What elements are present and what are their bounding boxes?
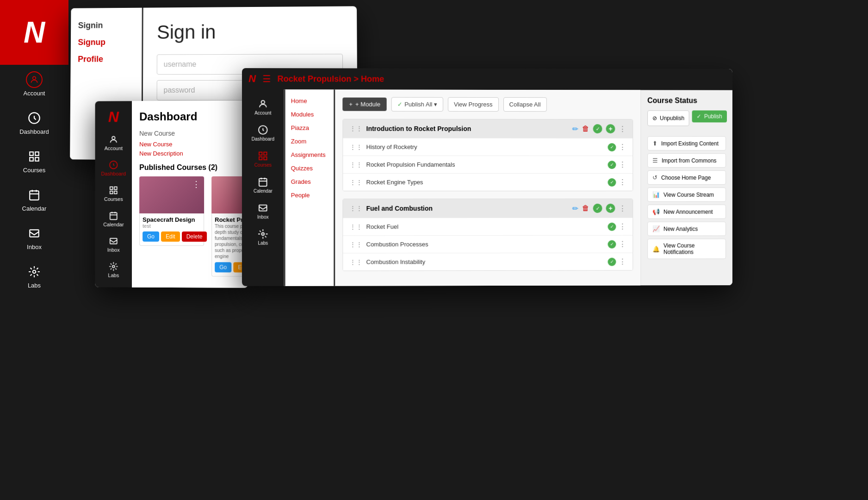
import-commons-icon: ☰ — [652, 157, 658, 164]
link-zoom[interactable]: Zoom — [285, 135, 334, 148]
sidebar-item-labs[interactable]: Labs — [0, 257, 68, 295]
unpublish-btn[interactable]: ⊘ Unpublish — [647, 110, 689, 126]
options-fuel[interactable]: ⋮ — [619, 204, 626, 212]
view-notifications-btn[interactable]: 🔔 View Course Notifications — [647, 239, 726, 259]
inbox-label: Inbox — [27, 244, 42, 250]
spacecraft-go-btn[interactable]: Go — [143, 231, 159, 242]
module-intro: ⋮⋮ Introduction to Rocket Propulsion ✏ 🗑… — [342, 119, 633, 191]
sidebar-item-calendar[interactable]: Calendar — [0, 180, 68, 219]
delete-module-fuel[interactable]: 🗑 — [582, 204, 589, 212]
edit-module-fuel[interactable]: ✏ — [572, 204, 578, 212]
course-leftnav: Account Dashboard Courses — [242, 89, 284, 286]
import-commons-btn[interactable]: ☰ Import from Commons — [647, 153, 726, 168]
cp-inbox-label: Inbox — [257, 214, 269, 219]
choose-home-btn[interactable]: ↺ Choose Home Page — [647, 170, 726, 185]
module-fuel: ⋮⋮ Fuel and Combustion ✏ 🗑 ✓ + ⋮ ⋮⋮ Rock — [342, 199, 633, 271]
sidebar-item-dashboard[interactable]: Dashboard — [0, 103, 68, 142]
publish-check-icon: ✓ — [697, 113, 701, 119]
link-home[interactable]: Home — [285, 94, 334, 107]
cp-nav-courses[interactable]: Courses — [242, 146, 284, 172]
svg-point-24 — [261, 100, 265, 104]
combustion-options[interactable]: ⋮ — [619, 240, 626, 249]
course-status-title: Course Status — [647, 96, 726, 105]
import-existing-btn[interactable]: ⬆ Import Existing Content — [647, 136, 726, 150]
new-analytics-btn[interactable]: 📈 New Analytics — [647, 222, 726, 236]
rocket-fuel-options[interactable]: ⋮ — [619, 222, 626, 231]
sidebar-item-account[interactable]: Account — [0, 65, 68, 103]
history-published: ✓ — [608, 143, 616, 151]
link-quizzes[interactable]: Quizzes — [285, 162, 334, 175]
link-grades[interactable]: Grades — [285, 175, 334, 188]
signin-nav-profile[interactable]: Profile — [78, 51, 135, 68]
calendar-label: Calendar — [22, 205, 47, 212]
collapse-all-btn[interactable]: Collapse All — [503, 97, 547, 112]
drag-handle-fuel[interactable]: ⋮⋮ — [349, 205, 362, 212]
add-module-btn[interactable]: + + Module — [342, 98, 387, 111]
cp-nav-dashboard[interactable]: Dashboard — [242, 120, 284, 146]
account-label: Account — [24, 90, 45, 97]
svg-rect-4 — [30, 157, 33, 161]
svg-rect-3 — [35, 152, 39, 156]
course-panel: N ☰ Rocket Propulsion > Home Account Das… — [242, 68, 732, 286]
signin-nav-signup[interactable]: Signup — [78, 34, 134, 51]
new-description-link[interactable]: New Description — [139, 150, 248, 157]
link-people[interactable]: People — [285, 188, 334, 202]
instability-options[interactable]: ⋮ — [619, 257, 626, 266]
publish-btn[interactable]: ✓ Publish — [692, 110, 727, 122]
new-course-link[interactable]: New Course — [139, 140, 248, 148]
rocket-fuel-published: ✓ — [608, 222, 616, 231]
options-intro[interactable]: ⋮ — [619, 125, 626, 133]
drag-combustion[interactable]: ⋮⋮ — [349, 241, 362, 248]
module-item-combustion: ⋮⋮ Combustion Processes ✓ ⋮ — [343, 235, 632, 253]
link-piazza[interactable]: Piazza — [285, 121, 334, 135]
dp-nav-calendar[interactable]: Calendar — [95, 206, 132, 232]
link-assignments[interactable]: Assignments — [285, 148, 334, 162]
signin-nav-signin[interactable]: Signin — [78, 17, 135, 34]
view-stream-btn[interactable]: 📊 View Course Stream — [647, 188, 726, 202]
link-modules[interactable]: Modules — [285, 108, 334, 121]
drag-handle-intro[interactable]: ⋮⋮ — [349, 125, 362, 132]
cp-labs-label: Labs — [258, 240, 268, 245]
spacecraft-edit-btn[interactable]: Edit — [161, 231, 180, 242]
drag-instability[interactable]: ⋮⋮ — [349, 258, 362, 266]
plus-icon: + — [349, 101, 353, 108]
dp-nav-inbox[interactable]: Inbox — [95, 232, 132, 257]
dp-nav-labs[interactable]: Labs — [95, 257, 132, 283]
spacecraft-delete-btn[interactable]: Delete — [182, 231, 207, 242]
main-sidebar: N Account Dashboard Courses — [0, 0, 68, 500]
dp-nav-account[interactable]: Account — [95, 130, 132, 156]
engine-types-options[interactable]: ⋮ — [619, 178, 626, 187]
spacecraft-subtitle: test — [143, 223, 201, 229]
rocket-go-btn[interactable]: Go — [215, 262, 231, 272]
cp-nav-inbox[interactable]: Inbox — [242, 198, 284, 224]
sidebar-item-inbox[interactable]: Inbox — [0, 219, 68, 257]
dashboard-panel: N Account Dashboard Courses — [95, 100, 248, 288]
combustion-published: ✓ — [608, 240, 616, 248]
drag-engine-types[interactable]: ⋮⋮ — [349, 179, 362, 186]
fundamentals-options[interactable]: ⋮ — [619, 160, 626, 169]
add-item-fuel[interactable]: + — [606, 204, 615, 213]
add-item-intro[interactable]: + — [606, 124, 615, 133]
cp-nav-calendar[interactable]: Calendar — [242, 172, 284, 198]
view-progress-btn[interactable]: View Progress — [448, 97, 499, 112]
dp-nav-dashboard[interactable]: Dashboard — [95, 156, 132, 181]
menu-icon[interactable]: ☰ — [262, 73, 271, 84]
sidebar-item-courses[interactable]: Courses — [0, 142, 68, 180]
edit-module-intro[interactable]: ✏ — [572, 125, 578, 133]
publish-all-btn[interactable]: ✓ Publish All ▾ — [391, 97, 443, 112]
instability-title: Combustion Instability — [366, 258, 426, 265]
course-links: Home Modules Piazza Zoom Assignments Qui… — [284, 89, 335, 286]
dp-nav-courses[interactable]: Courses — [95, 181, 132, 206]
svg-rect-30 — [259, 179, 267, 187]
history-options[interactable]: ⋮ — [619, 143, 626, 151]
labs-icon — [26, 263, 43, 280]
drag-history[interactable]: ⋮⋮ — [349, 143, 362, 150]
new-announcement-btn[interactable]: 📢 New Announcement — [647, 205, 726, 219]
delete-module-intro[interactable]: 🗑 — [582, 125, 589, 133]
cp-nav-account[interactable]: Account — [242, 94, 284, 120]
course-main-content: + + Module ✓ Publish All ▾ View Progress… — [335, 90, 640, 286]
spacecraft-options-btn[interactable]: ⋮ — [192, 179, 200, 189]
cp-nav-labs[interactable]: Labs — [242, 224, 284, 250]
drag-fundamentals[interactable]: ⋮⋮ — [349, 161, 362, 168]
drag-rocket-fuel[interactable]: ⋮⋮ — [349, 223, 362, 231]
